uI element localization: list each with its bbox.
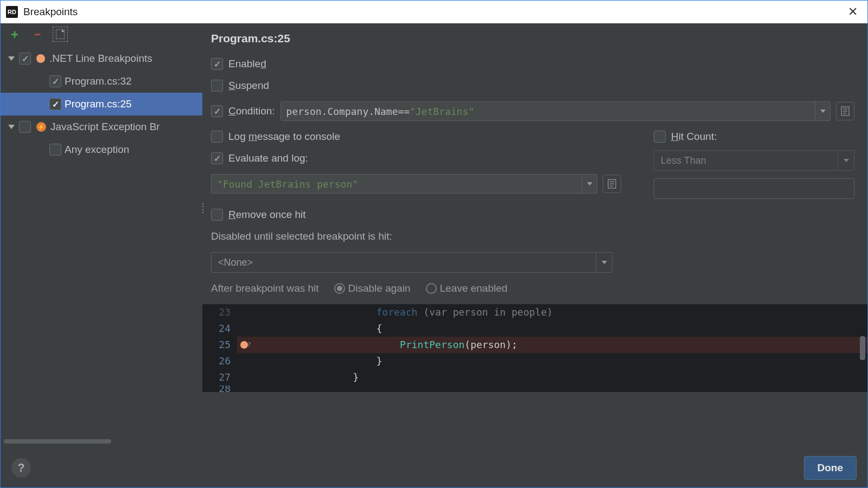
code-line-breakpoint: 25 ? PrintPerson(person);: [202, 337, 867, 353]
radio-disable-again-label: Disable again: [348, 282, 411, 294]
dialog-footer: ? Done: [1, 448, 867, 488]
after-hit-label: After breakpoint was hit: [211, 282, 319, 294]
code-preview: 23 foreach (var person in people) 24 { 2…: [202, 304, 867, 392]
tree-group-net-line[interactable]: .NET Line Breakpoints: [1, 47, 202, 70]
group-checkbox[interactable]: [19, 121, 31, 133]
dropdown-icon[interactable]: [582, 175, 597, 193]
group-by-file-button[interactable]: [53, 27, 68, 42]
sidebar-scrollbar[interactable]: [4, 438, 199, 445]
item-label: Program.cs:25: [65, 98, 132, 110]
dropdown-icon[interactable]: [838, 151, 854, 170]
expand-editor-button[interactable]: [603, 175, 621, 193]
expand-editor-button[interactable]: [836, 102, 854, 120]
line-number: 23: [202, 304, 237, 320]
condition-row: Condition: person.Company.Name == "JetBr…: [211, 101, 854, 121]
disabled-until-select[interactable]: <None>: [211, 252, 612, 273]
tree-item[interactable]: Any exception: [1, 138, 202, 161]
code-line: 26 }: [202, 353, 867, 369]
line-number: 27: [202, 369, 237, 386]
breakpoint-tree: .NET Line Breakpoints Program.cs:32 Prog…: [1, 45, 202, 438]
tree-group-js-exception[interactable]: JavaScript Exception Br: [1, 115, 202, 138]
titlebar: RD Breakpoints ✕: [1, 1, 867, 23]
line-breakpoint-icon: [36, 54, 45, 63]
condition-string: "JetBrains": [410, 106, 474, 117]
expand-icon[interactable]: [8, 56, 15, 61]
remove-breakpoint-button[interactable]: －: [30, 27, 45, 42]
suspend-checkbox[interactable]: [211, 80, 223, 92]
condition-ident: person.Company.Name: [286, 106, 398, 117]
after-hit-row: After breakpoint was hit Disable again L…: [211, 282, 854, 294]
item-checkbox[interactable]: [49, 98, 61, 110]
group-label: JavaScript Exception Br: [50, 121, 160, 133]
log-message-label: Log message to console: [228, 131, 340, 143]
remove-once-label: Remove once hit: [228, 209, 306, 221]
bp-gutter[interactable]: ?: [237, 337, 259, 353]
log-message-row: Log message to console: [211, 131, 621, 143]
item-label: Program.cs:32: [65, 75, 132, 87]
evaluate-log-label: Evaluate and log:: [228, 152, 308, 164]
enabled-row: Enabled: [211, 58, 854, 70]
evaluate-log-checkbox[interactable]: [211, 152, 223, 164]
code-line: 24 {: [202, 320, 867, 337]
code-scrollbar[interactable]: [860, 336, 865, 360]
hit-count-value-input[interactable]: [654, 178, 854, 199]
disabled-until-value: <None>: [218, 257, 253, 268]
tree-item[interactable]: Program.cs:32: [1, 70, 202, 93]
conditional-marker-icon: ?: [247, 337, 251, 353]
radio-disable-again[interactable]: [334, 283, 345, 294]
help-button[interactable]: ?: [11, 458, 31, 478]
group-checkbox[interactable]: [19, 53, 31, 65]
suspend-label: Suspend: [228, 80, 269, 92]
code-line: 28: [202, 386, 867, 392]
item-checkbox[interactable]: [49, 144, 61, 156]
remove-once-checkbox[interactable]: [211, 209, 223, 221]
item-label: Any exception: [65, 144, 129, 156]
main-content: ＋ － .NET Line Breakpoints Program.cs:32 …: [1, 23, 867, 448]
line-number: 28: [202, 386, 237, 392]
line-number: 24: [202, 320, 237, 337]
condition-op: ==: [398, 106, 410, 117]
hit-count-mode-select[interactable]: Less Than: [654, 150, 854, 171]
app-icon: RD: [6, 6, 18, 18]
item-checkbox[interactable]: [49, 75, 61, 87]
hit-count-checkbox[interactable]: [654, 131, 666, 143]
breakpoint-details: Program.cs:25 Enabled Suspend Condition:…: [202, 23, 867, 448]
done-button[interactable]: Done: [804, 456, 857, 480]
code-line: 27 }: [202, 369, 867, 386]
evaluate-log-value: "Found JetBrains person": [217, 178, 358, 190]
suspend-row: Suspend: [211, 80, 854, 92]
line-number: 25: [202, 337, 237, 353]
hit-count-label: Hit Count:: [671, 131, 717, 143]
evaluate-log-input[interactable]: "Found JetBrains person": [211, 174, 597, 194]
condition-checkbox[interactable]: [211, 105, 223, 117]
condition-input[interactable]: person.Company.Name == "JetBrains": [280, 101, 831, 121]
evaluate-log-input-row: "Found JetBrains person": [211, 174, 621, 194]
sidebar-toolbar: ＋ －: [1, 23, 202, 45]
details-title: Program.cs:25: [211, 32, 854, 45]
condition-label: Condition:: [228, 105, 275, 117]
splitter-handle[interactable]: [202, 202, 206, 214]
radio-leave-enabled[interactable]: [426, 283, 437, 294]
tree-item-selected[interactable]: Program.cs:25: [1, 93, 202, 115]
enabled-checkbox[interactable]: [211, 58, 223, 70]
radio-leave-enabled-label: Leave enabled: [440, 282, 508, 294]
sidebar: ＋ － .NET Line Breakpoints Program.cs:32 …: [1, 23, 202, 448]
dropdown-icon[interactable]: [596, 253, 612, 272]
exception-breakpoint-icon: [36, 122, 46, 132]
remove-once-row: Remove once hit: [211, 209, 854, 221]
code-line: 23 foreach (var person in people): [202, 304, 867, 320]
close-icon[interactable]: ✕: [844, 5, 862, 19]
hit-count-mode-value: Less Than: [661, 155, 706, 166]
window-title: Breakpoints: [23, 6, 844, 18]
line-number: 26: [202, 353, 237, 369]
evaluate-log-row: Evaluate and log:: [211, 152, 621, 164]
group-label: .NET Line Breakpoints: [49, 53, 152, 65]
hit-count-row: Hit Count:: [654, 131, 854, 143]
add-breakpoint-button[interactable]: ＋: [7, 27, 22, 42]
enabled-label: Enabled: [228, 58, 266, 70]
dropdown-icon[interactable]: [815, 102, 830, 120]
expand-icon[interactable]: [8, 125, 15, 129]
log-message-checkbox[interactable]: [211, 131, 223, 143]
disabled-until-label: Disabled until selected breakpoint is hi…: [211, 230, 854, 242]
